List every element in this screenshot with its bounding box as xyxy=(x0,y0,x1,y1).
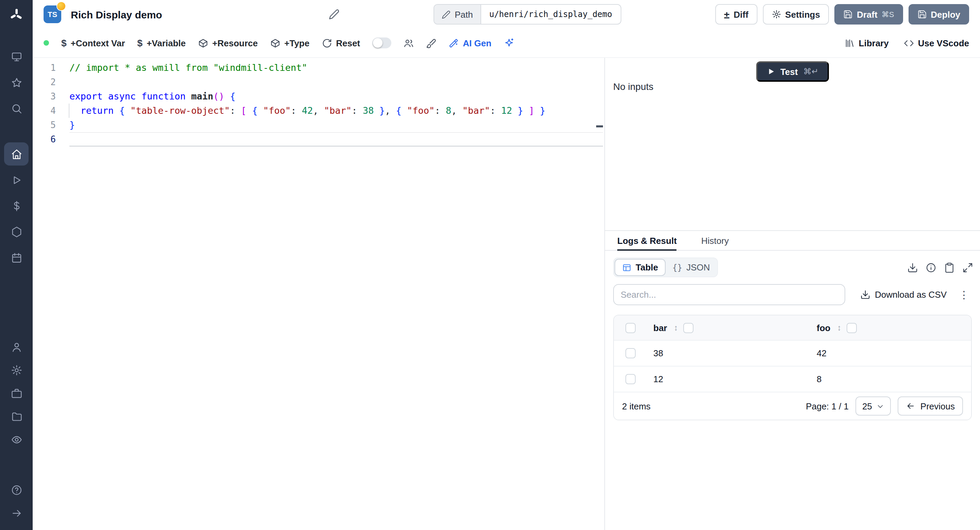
code-line-text[interactable] xyxy=(69,132,603,147)
reset-button[interactable]: Reset xyxy=(321,38,360,48)
column-checkbox[interactable] xyxy=(846,322,857,333)
code-token[interactable]: "bar" xyxy=(324,105,352,116)
table-row[interactable]: 3842 xyxy=(614,341,971,367)
code-token[interactable] xyxy=(69,105,81,116)
add-variable-button[interactable]: $ +Variable xyxy=(137,37,186,48)
code-token[interactable]: 12 xyxy=(501,105,512,116)
assistant-toggle[interactable] xyxy=(372,37,391,48)
code-token[interactable]: } xyxy=(540,105,545,116)
page-size-select[interactable]: 25 xyxy=(856,396,891,415)
code-token[interactable] xyxy=(258,105,263,116)
sort-icon[interactable]: ↕ xyxy=(837,323,841,332)
code-token[interactable] xyxy=(125,105,130,116)
library-button[interactable]: Library xyxy=(845,38,889,48)
code-token[interactable]: 8 xyxy=(446,105,451,116)
user-icon[interactable] xyxy=(4,337,29,357)
collapse-arrow-icon[interactable] xyxy=(4,503,29,523)
help-circle-icon[interactable] xyxy=(4,480,29,500)
apps-icon[interactable] xyxy=(4,45,29,68)
add-context-var-button[interactable]: $ +Context Var xyxy=(61,37,125,48)
line-number[interactable]: 4 xyxy=(33,104,56,118)
code-line[interactable]: 3export async function main() { xyxy=(33,89,605,104)
row-checkbox[interactable] xyxy=(625,348,635,358)
download-csv-button[interactable]: Download as CSV xyxy=(860,289,947,300)
code-token[interactable]: "foo" xyxy=(263,105,291,116)
code-token[interactable]: 42 xyxy=(302,105,313,116)
code-token[interactable]: "foo" xyxy=(407,105,434,116)
add-resource-button[interactable]: +Resource xyxy=(198,38,258,48)
add-type-button[interactable]: +Type xyxy=(270,38,310,48)
code-token[interactable]: } xyxy=(379,105,385,116)
line-number[interactable]: 5 xyxy=(33,118,56,132)
diff-button[interactable]: ± Diff xyxy=(715,4,757,24)
code-token[interactable] xyxy=(103,91,108,102)
line-number[interactable]: 2 xyxy=(33,75,56,89)
tab-history[interactable]: History xyxy=(701,231,729,250)
draft-button[interactable]: Draft ⌘S xyxy=(834,4,903,24)
code-token[interactable]: ( xyxy=(213,91,219,102)
code-token[interactable]: // import * as wmill from "windmill-clie… xyxy=(69,62,307,73)
sort-icon[interactable]: ↕ xyxy=(674,323,678,332)
view-json-button[interactable]: {} JSON xyxy=(666,259,717,276)
code-token[interactable]: } xyxy=(69,119,75,130)
code-token[interactable]: async xyxy=(108,91,136,102)
eye-icon[interactable] xyxy=(4,429,29,450)
code-token[interactable]: export xyxy=(69,91,103,102)
code-token[interactable] xyxy=(136,91,141,102)
code-token[interactable] xyxy=(114,105,119,116)
deploy-button[interactable]: Deploy xyxy=(908,4,969,24)
code-token[interactable]: function xyxy=(141,91,185,102)
download-icon[interactable] xyxy=(907,262,918,273)
collaborators-button[interactable] xyxy=(404,38,414,48)
windmill-logo-icon[interactable] xyxy=(5,4,28,26)
gear-icon[interactable] xyxy=(4,360,29,380)
search-input[interactable] xyxy=(613,284,845,305)
code-token[interactable]: : xyxy=(434,105,446,116)
code-line-text[interactable]: export async function main() { xyxy=(69,89,605,104)
column-checkbox[interactable] xyxy=(683,322,694,333)
star-icon[interactable] xyxy=(4,71,29,94)
code-line-text[interactable]: return { "table-row-object": [ { "foo": … xyxy=(69,104,605,118)
code-token[interactable]: , xyxy=(385,105,396,116)
code-token[interactable] xyxy=(512,105,517,116)
code-token[interactable]: { xyxy=(230,91,235,102)
tab-logs-result[interactable]: Logs & Result xyxy=(617,231,677,250)
code-token[interactable]: , xyxy=(451,105,463,116)
line-number[interactable]: 3 xyxy=(33,89,56,104)
sidebar-item-runs[interactable] xyxy=(4,168,29,192)
settings-button[interactable]: Settings xyxy=(762,4,829,24)
code-token[interactable] xyxy=(247,105,252,116)
briefcase-icon[interactable] xyxy=(4,383,29,403)
code-line-text[interactable] xyxy=(69,75,605,89)
code-editor[interactable]: 1// import * as wmill from "windmill-cli… xyxy=(33,58,605,530)
script-path-value[interactable]: u/henri/rich_display_demo xyxy=(481,5,620,24)
code-token[interactable] xyxy=(534,105,540,116)
code-token[interactable] xyxy=(185,91,191,102)
sidebar-item-variables[interactable] xyxy=(4,194,29,217)
code-token[interactable] xyxy=(224,91,230,102)
folder-icon[interactable] xyxy=(4,406,29,426)
previous-page-button[interactable]: Previous xyxy=(898,396,963,415)
code-line[interactable]: 5} xyxy=(33,118,605,132)
code-token[interactable]: { xyxy=(252,105,258,116)
format-code-button[interactable] xyxy=(426,38,436,48)
sidebar-item-resources[interactable] xyxy=(4,220,29,243)
ai-gen-button[interactable]: AI Gen xyxy=(449,38,492,48)
use-vscode-button[interactable]: Use VScode xyxy=(904,38,969,48)
code-token[interactable]: ] xyxy=(529,105,534,116)
code-line[interactable]: 6 xyxy=(33,132,605,147)
code-token[interactable]: return xyxy=(81,105,114,116)
code-token[interactable]: { xyxy=(396,105,401,116)
view-table-button[interactable]: Table xyxy=(614,259,666,276)
line-number[interactable]: 6 xyxy=(33,132,56,147)
line-number[interactable]: 1 xyxy=(33,61,56,75)
code-token[interactable] xyxy=(401,105,407,116)
code-token[interactable] xyxy=(374,105,379,116)
ai-sparkles-button[interactable] xyxy=(504,37,514,48)
code-token[interactable]: "bar" xyxy=(463,105,490,116)
sidebar-item-schedules[interactable] xyxy=(4,246,29,269)
table-row[interactable]: 128 xyxy=(614,367,971,393)
code-token[interactable]: 38 xyxy=(363,105,374,116)
sidebar-item-home[interactable] xyxy=(4,142,29,166)
select-all-checkbox[interactable] xyxy=(625,322,635,333)
